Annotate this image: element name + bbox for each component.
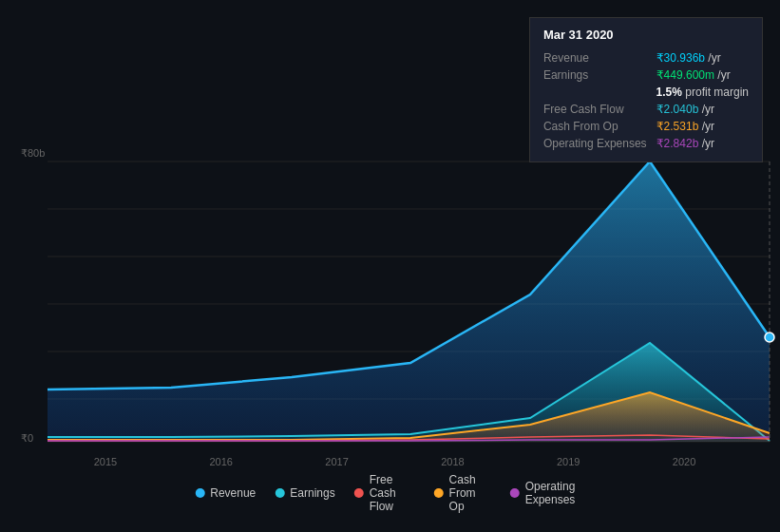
tooltip-table: Revenue ₹30.936b /yr Earnings ₹449.600m … (543, 49, 749, 152)
tooltip-row-revenue: Revenue ₹30.936b /yr (543, 49, 749, 66)
x-label-2020: 2020 (673, 456, 695, 467)
x-label-2018: 2018 (441, 456, 464, 467)
tooltip-label-opex: Operating Expenses (543, 135, 656, 152)
tooltip-row-margin: 1.5% profit margin (543, 84, 749, 101)
legend-item-opex: Operating Expenses (510, 480, 585, 506)
legend-item-revenue: Revenue (195, 486, 256, 500)
legend-label-revenue: Revenue (210, 486, 256, 500)
tooltip-panel: Mar 31 2020 Revenue ₹30.936b /yr Earning… (529, 17, 763, 162)
tooltip-value-earnings: ₹449.600m /yr (656, 66, 749, 84)
x-label-2015: 2015 (94, 456, 117, 467)
tooltip-row-cashop: Cash From Op ₹2.531b /yr (543, 118, 749, 135)
legend-dot-fcf (354, 488, 364, 498)
tooltip-value-fcf: ₹2.040b /yr (656, 101, 749, 118)
legend-dot-revenue (195, 488, 204, 498)
tooltip-row-fcf: Free Cash Flow ₹2.040b /yr (543, 101, 749, 118)
tooltip-label-cashop: Cash From Op (543, 118, 656, 135)
legend-dot-earnings (275, 488, 284, 498)
tooltip-value-cashop: ₹2.531b /yr (656, 118, 749, 135)
legend: Revenue Earnings Free Cash Flow Cash Fro… (195, 473, 585, 513)
tooltip-date: Mar 31 2020 (543, 28, 749, 42)
tooltip-value-opex: ₹2.842b /yr (656, 135, 749, 152)
x-label-2017: 2017 (325, 456, 348, 467)
tooltip-label-fcf: Free Cash Flow (543, 101, 656, 118)
tooltip-label-margin (543, 84, 656, 101)
legend-label-opex: Operating Expenses (525, 480, 585, 506)
revenue-dot-2020 (765, 332, 774, 342)
legend-dot-cashop (434, 488, 444, 498)
chart-container: Mar 31 2020 Revenue ₹30.936b /yr Earning… (0, 0, 780, 532)
tooltip-row-earnings: Earnings ₹449.600m /yr (543, 66, 749, 84)
legend-dot-opex (510, 488, 520, 498)
legend-label-cashop: Cash From Op (449, 473, 491, 513)
tooltip-value-margin: 1.5% profit margin (656, 84, 749, 101)
tooltip-label-earnings: Earnings (543, 66, 656, 84)
x-axis-labels: 2015 2016 2017 2018 2019 2020 (0, 456, 780, 467)
x-label-2019: 2019 (557, 456, 580, 467)
legend-item-fcf: Free Cash Flow (354, 473, 415, 513)
legend-label-fcf: Free Cash Flow (370, 473, 415, 513)
tooltip-label-revenue: Revenue (543, 49, 656, 66)
legend-label-earnings: Earnings (290, 486, 334, 500)
tooltip-value-revenue: ₹30.936b /yr (656, 49, 749, 66)
legend-item-cashop: Cash From Op (434, 473, 491, 513)
x-label-2016: 2016 (210, 456, 233, 467)
tooltip-row-opex: Operating Expenses ₹2.842b /yr (543, 135, 749, 152)
legend-item-earnings: Earnings (275, 486, 334, 500)
